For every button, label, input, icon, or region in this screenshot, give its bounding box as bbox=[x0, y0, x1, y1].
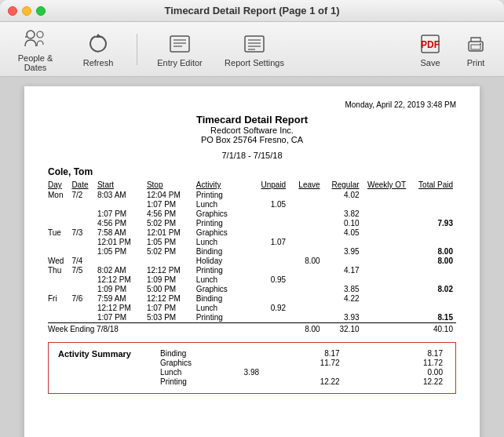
table-row: 12:12 PM1:09 PMLunch0.95 bbox=[48, 275, 456, 285]
week-ending-weekly-ot bbox=[363, 323, 410, 335]
svg-point-0 bbox=[27, 31, 35, 38]
col-leave: Leave bbox=[289, 180, 323, 191]
summary-row: Binding8.178.17 bbox=[160, 349, 446, 359]
toolbar-separator-1 bbox=[137, 34, 137, 65]
col-day: Day bbox=[48, 180, 71, 191]
summary-row: Graphics11.7211.72 bbox=[160, 359, 446, 368]
minimize-button[interactable] bbox=[22, 6, 31, 16]
refresh-button[interactable]: Refresh bbox=[71, 27, 126, 72]
summary-row: Lunch3.980.00 bbox=[160, 368, 446, 377]
save-label: Save bbox=[420, 58, 440, 67]
col-weekly-ot: Weekly OT bbox=[363, 180, 410, 191]
table-row: 1:07 PM5:03 PMPrinting3.938.15 bbox=[48, 313, 456, 323]
week-ending-label: Week Ending 7/8/18 bbox=[48, 323, 251, 335]
entry-editor-icon bbox=[167, 31, 192, 56]
employee-name: Cole, Tom bbox=[48, 166, 456, 177]
close-button[interactable] bbox=[8, 6, 17, 16]
table-row: Fri7/67:59 AM12:12 PMBinding4.22 bbox=[48, 294, 456, 304]
svg-point-2 bbox=[37, 31, 43, 38]
people-dates-label: People & Dates bbox=[8, 53, 63, 72]
col-start: Start bbox=[97, 180, 147, 191]
table-row: 4:56 PM5:02 PMPrinting0.107.93 bbox=[48, 219, 456, 228]
table-row: Mon7/28:03 AM12:04 PMPrinting4.02 bbox=[48, 191, 456, 200]
report-title: Timecard Detail Report bbox=[48, 114, 456, 126]
col-activity: Activity bbox=[196, 180, 252, 191]
table-row: Tue7/37:58 AM12:01 PMGraphics4.05 bbox=[48, 228, 456, 238]
svg-point-17 bbox=[480, 43, 481, 45]
print-button[interactable]: Print bbox=[455, 27, 496, 72]
summary-table: Binding8.178.17Graphics11.7211.72Lunch3.… bbox=[160, 349, 446, 387]
content-area: Monday, April 22, 2019 3:48 PM Timecard … bbox=[0, 77, 504, 437]
maximize-button[interactable] bbox=[36, 6, 46, 16]
col-stop: Stop bbox=[147, 180, 196, 191]
week-ending-leave: 8.00 bbox=[289, 323, 323, 335]
summary-row: Printing12.2212.22 bbox=[160, 377, 446, 387]
title-bar: Timecard Detail Report (Page 1 of 1) bbox=[0, 0, 504, 22]
save-button[interactable]: PDF Save bbox=[410, 27, 451, 72]
summary-section: Activity Summary Binding8.178.17Graphics… bbox=[48, 342, 456, 394]
toolbar-right: PDF Save Print bbox=[410, 27, 496, 72]
week-ending-regular: 32.10 bbox=[323, 323, 363, 335]
print-label: Print bbox=[467, 58, 485, 67]
table-row: 1:09 PM5:00 PMGraphics3.858.02 bbox=[48, 285, 456, 294]
refresh-label: Refresh bbox=[83, 58, 114, 67]
toolbar: People & Dates Refresh bbox=[0, 22, 504, 77]
window-title: Timecard Detail Report (Page 1 of 1) bbox=[165, 5, 340, 16]
report-company: Redcort Software Inc. bbox=[48, 126, 456, 135]
svg-rect-16 bbox=[471, 45, 480, 49]
traffic-lights bbox=[8, 6, 46, 16]
report-settings-button[interactable]: Report Settings bbox=[219, 27, 290, 72]
summary-title: Activity Summary bbox=[58, 349, 144, 359]
table-row: Wed7/4Holiday8.008.00 bbox=[48, 257, 456, 266]
table-row: 1:07 PM4:56 PMGraphics3.82 bbox=[48, 209, 456, 219]
svg-rect-4 bbox=[170, 36, 189, 52]
week-ending-total: 40.10 bbox=[409, 323, 456, 335]
save-icon: PDF bbox=[418, 31, 443, 56]
svg-text:PDF: PDF bbox=[421, 39, 440, 50]
people-dates-icon bbox=[23, 27, 48, 52]
table-row: Thu7/58:02 AM12:12 PMPrinting4.17 bbox=[48, 266, 456, 275]
print-icon bbox=[463, 31, 488, 56]
report-header: Timecard Detail Report Redcort Software … bbox=[48, 114, 456, 144]
report-date-range: 7/1/18 - 7/15/18 bbox=[48, 151, 456, 160]
table-row: 1:07 PMLunch1.05 bbox=[48, 200, 456, 209]
timecard-table: Day Date Start Stop Activity Unpaid Leav… bbox=[48, 180, 456, 334]
entry-editor-label: Entry Editor bbox=[157, 58, 202, 67]
table-row: 1:05 PM5:02 PMBinding3.958.00 bbox=[48, 247, 456, 257]
table-row: 12:12 PM1:07 PMLunch0.92 bbox=[48, 304, 456, 313]
week-ending-unpaid bbox=[251, 323, 289, 335]
window: Timecard Detail Report (Page 1 of 1) Peo… bbox=[0, 0, 504, 437]
report-settings-icon bbox=[242, 31, 267, 56]
col-unpaid: Unpaid bbox=[251, 180, 289, 191]
report-date-line: Monday, April 22, 2019 3:48 PM bbox=[48, 100, 456, 109]
report-settings-label: Report Settings bbox=[225, 58, 284, 67]
table-row: 12:01 PM1:05 PMLunch1.07 bbox=[48, 238, 456, 247]
report-paper: Monday, April 22, 2019 3:48 PM Timecard … bbox=[24, 86, 480, 437]
col-total-paid: Total Paid bbox=[409, 180, 456, 191]
people-dates-button[interactable]: People & Dates bbox=[8, 27, 63, 72]
entry-editor-button[interactable]: Entry Editor bbox=[148, 27, 211, 72]
col-date: Date bbox=[71, 180, 97, 191]
col-regular: Regular bbox=[323, 180, 363, 191]
refresh-icon bbox=[86, 31, 111, 56]
week-ending-row: Week Ending 7/8/18 8.00 32.10 40.10 bbox=[48, 323, 456, 335]
report-address: PO Box 25764 Fresno, CA bbox=[48, 135, 456, 144]
